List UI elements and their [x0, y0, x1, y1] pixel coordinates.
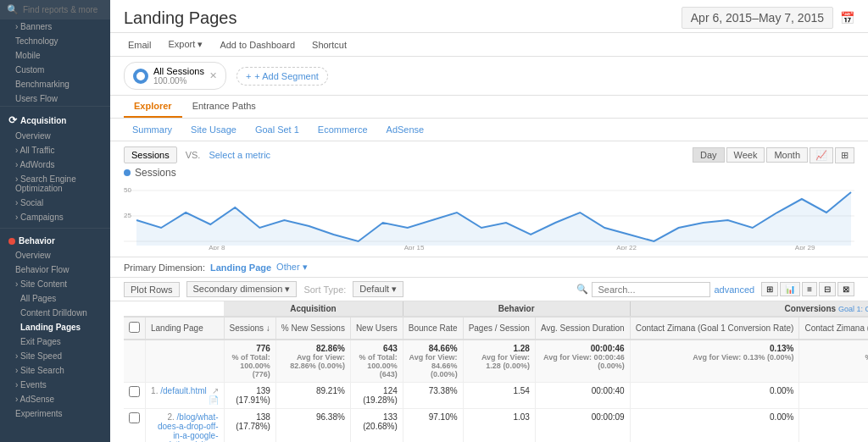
- segments-bar: All Sessions 100.00% ✕ + + Add Segment: [110, 57, 868, 96]
- sidebar-item-acq-overview[interactable]: Overview: [0, 129, 110, 143]
- pivot-view-btn[interactable]: ⊟: [819, 282, 836, 296]
- table-search: 🔍 advanced: [576, 282, 754, 297]
- row1-completions: 0 (0.00%): [799, 383, 868, 409]
- segment-donut-icon: [133, 69, 148, 84]
- row1-checkbox[interactable]: [124, 383, 146, 409]
- sidebar-item-all-pages[interactable]: All Pages: [0, 291, 110, 306]
- row1-sessions: 139 (17.91%): [224, 383, 275, 409]
- sort-type-label: Sort Type:: [303, 285, 346, 295]
- plot-rows-button[interactable]: Plot Rows: [124, 282, 180, 297]
- sidebar-item-campaigns[interactable]: › Campaigns: [0, 210, 110, 224]
- chart-view-btn[interactable]: 📊: [780, 282, 800, 296]
- goal-selector[interactable]: Goal 1: Contact Zimana ▾: [838, 305, 868, 313]
- page-title: Landing Pages: [124, 8, 236, 28]
- sidebar-item-behavior-flow[interactable]: Behavior Flow: [0, 262, 110, 277]
- sidebar-item-exit-pages[interactable]: Exit Pages: [0, 334, 110, 349]
- all-sessions-segment[interactable]: All Sessions 100.00% ✕: [124, 62, 226, 90]
- sidebar-item-banners[interactable]: › Banners: [0, 19, 110, 34]
- sidebar-item-mobile[interactable]: Mobile: [0, 48, 110, 63]
- dimension-row: Primary Dimension: Landing Page Other ▾: [110, 257, 868, 278]
- compare-view-btn[interactable]: ⊠: [837, 282, 854, 296]
- dimension-other[interactable]: Other ▾: [276, 262, 308, 273]
- sidebar-item-content-drilldown[interactable]: Content Drilldown: [0, 306, 110, 320]
- sidebar-item-site-search[interactable]: › Site Search: [0, 363, 110, 378]
- subtab-goal-set-1[interactable]: Goal Set 1: [247, 122, 308, 137]
- sidebar-item-experiments[interactable]: Experiments: [0, 406, 110, 421]
- th-landing-page[interactable]: Landing Page: [146, 317, 225, 340]
- dimension-value[interactable]: Landing Page: [210, 262, 271, 273]
- th-avg-duration[interactable]: Avg. Session Duration: [535, 317, 630, 340]
- th-bounce-rate[interactable]: Bounce Rate: [403, 317, 463, 340]
- select-metric-button[interactable]: Select a metric: [209, 150, 270, 160]
- sidebar-item-landing-pages[interactable]: Landing Pages: [0, 320, 110, 334]
- week-button[interactable]: Week: [726, 147, 765, 163]
- sort-type-select[interactable]: Default ▾: [353, 281, 403, 297]
- total-checkbox-cell: [124, 340, 146, 383]
- chart-compare-icon[interactable]: ⊞: [835, 147, 854, 163]
- table-search-input[interactable]: [592, 282, 710, 297]
- sidebar-item-adwords[interactable]: › AdWords: [0, 157, 110, 172]
- sidebar-item-custom[interactable]: Custom: [0, 63, 110, 77]
- subtabs: Summary Site Usage Goal Set 1 Ecommerce …: [110, 119, 868, 141]
- sidebar-item-technology[interactable]: Technology: [0, 34, 110, 48]
- sidebar-item-site-speed[interactable]: › Site Speed: [0, 349, 110, 363]
- sidebar-item-users-flow[interactable]: Users Flow: [0, 91, 110, 106]
- th-new-users[interactable]: New Users: [350, 317, 403, 340]
- close-segment-icon[interactable]: ✕: [209, 70, 217, 81]
- add-to-dashboard-button[interactable]: Add to Dashboard: [215, 38, 299, 52]
- metric-selector[interactable]: Sessions: [124, 146, 177, 163]
- th-sessions[interactable]: Sessions ↓: [224, 317, 275, 340]
- row1-info-icon[interactable]: 📄: [209, 395, 219, 405]
- sidebar-item-site-content[interactable]: › Site Content: [0, 277, 110, 291]
- subtab-summary[interactable]: Summary: [124, 122, 181, 137]
- subtab-ecommerce[interactable]: Ecommerce: [309, 122, 376, 137]
- sidebar-header-acquisition: ⟳ Acquisition: [0, 110, 110, 129]
- row1-external-icon[interactable]: ↗: [212, 386, 219, 395]
- export-button[interactable]: Export ▾: [164, 37, 208, 52]
- dimension-label: Primary Dimension:: [124, 262, 205, 273]
- subtab-site-usage[interactable]: Site Usage: [182, 122, 245, 137]
- sidebar-item-all-traffic[interactable]: › All Traffic: [0, 143, 110, 157]
- email-button[interactable]: Email: [124, 38, 156, 52]
- sidebar-section-behavior: Behavior Overview Behavior Flow › Site C…: [0, 228, 110, 424]
- row1-pct-new: 89.21%: [275, 383, 350, 409]
- row2-bounce-rate: 97.10%: [403, 409, 463, 443]
- total-row: 776 % of Total: 100.00% (776) 82.86% Avg…: [124, 340, 868, 383]
- sidebar-item-beh-overview[interactable]: Overview: [0, 248, 110, 262]
- sidebar-item-adsense[interactable]: › AdSense: [0, 392, 110, 406]
- th-conv-rate[interactable]: Contact Zimana (Goal 1 Conversion Rate): [630, 317, 799, 340]
- date-range[interactable]: Apr 6, 2015–May 7, 2015: [682, 7, 833, 29]
- shortcut-button[interactable]: Shortcut: [308, 38, 351, 52]
- calendar-icon[interactable]: 📅: [840, 11, 854, 25]
- month-button[interactable]: Month: [766, 147, 808, 163]
- th-completions[interactable]: Contact Zimana (Goal 1 Completions): [799, 317, 868, 340]
- table-view-btn[interactable]: ⊞: [761, 282, 778, 296]
- sidebar-item-seo[interactable]: › Search Engine Optimization: [0, 172, 110, 196]
- page-header: Landing Pages Apr 6, 2015–May 7, 2015 📅: [110, 0, 868, 33]
- advanced-link[interactable]: advanced: [714, 285, 754, 295]
- section-header-row: Acquisition Behavior Conversions Goal 1:…: [124, 301, 868, 317]
- sidebar-search-input[interactable]: [23, 5, 103, 14]
- subtab-adsense[interactable]: AdSense: [378, 122, 433, 137]
- chart-type-icon[interactable]: 📈: [810, 147, 833, 163]
- sidebar-item-events[interactable]: › Events: [0, 378, 110, 392]
- sidebar-item-benchmarking[interactable]: Benchmarking: [0, 77, 110, 91]
- add-segment-button[interactable]: + + Add Segment: [236, 67, 328, 86]
- row1-landing-page: 1. /default.html ↗ 📄: [146, 383, 225, 409]
- row2-checkbox[interactable]: [124, 409, 146, 443]
- tab-explorer[interactable]: Explorer: [124, 96, 182, 118]
- sidebar-search[interactable]: 🔍: [0, 0, 110, 19]
- row1-pages-session: 1.54: [463, 383, 535, 409]
- list-view-btn[interactable]: ≡: [802, 282, 817, 296]
- th-pages-session[interactable]: Pages / Session: [463, 317, 535, 340]
- tab-entrance-paths[interactable]: Entrance Paths: [182, 96, 266, 118]
- svg-text:Apr 29: Apr 29: [795, 244, 815, 250]
- sessions-dot-icon: [124, 169, 131, 176]
- th-pct-new[interactable]: % New Sessions: [275, 317, 350, 340]
- select-all-checkbox[interactable]: [129, 322, 140, 333]
- total-completions: 1 % of Total: 100.00% (1): [799, 340, 868, 383]
- secondary-dimension-button[interactable]: Secondary dimension ▾: [186, 281, 298, 297]
- sidebar-item-social[interactable]: › Social: [0, 196, 110, 210]
- row1-new-users: 124 (19.28%): [350, 383, 403, 409]
- day-button[interactable]: Day: [693, 147, 725, 163]
